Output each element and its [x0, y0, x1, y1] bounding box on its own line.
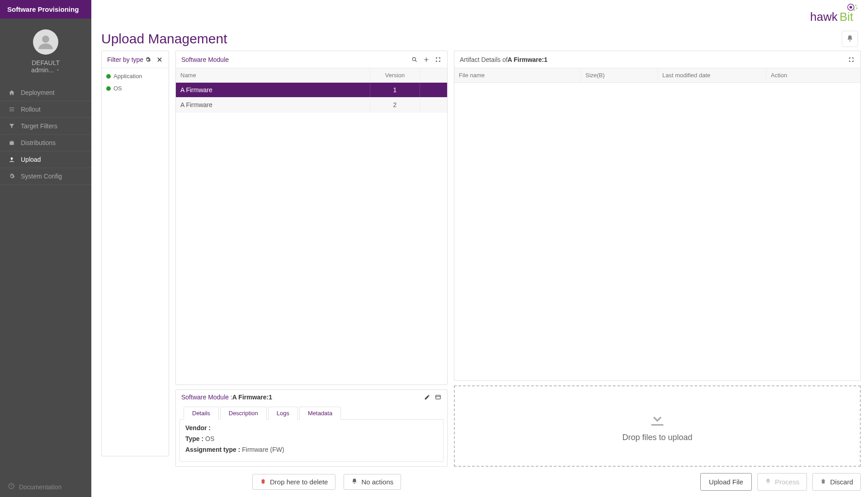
detail-header-prefix: Software Module :: [181, 394, 232, 401]
detail-edit-button[interactable]: [424, 394, 431, 401]
sm-add-button[interactable]: [423, 56, 430, 63]
trash-icon: [820, 478, 826, 486]
btn-label: Discard: [830, 478, 853, 486]
artifact-header-entity: A Firmware:1: [508, 56, 547, 63]
filter-header: Filter by type: [102, 51, 169, 68]
software-module-panel: Software Module Name Version A Firmware: [175, 51, 448, 385]
logo: hawk Bit: [806, 2, 860, 26]
type-label: Type :: [185, 435, 203, 442]
sm-row-version: 1: [370, 83, 420, 97]
chevron-down-icon: [56, 66, 60, 74]
documentation-link[interactable]: ? Documentation: [8, 483, 83, 491]
user-menu[interactable]: admin...: [31, 66, 60, 74]
svg-point-4: [849, 6, 852, 9]
user-block: DEFAULT admin...: [0, 19, 91, 82]
upload-file-button[interactable]: Upload File: [700, 473, 752, 491]
nav-label: Target Filters: [21, 122, 57, 130]
sm-row[interactable]: A Firmware 2: [176, 98, 447, 113]
download-arrow-icon: [648, 410, 666, 433]
briefcase-icon: [8, 139, 15, 146]
nav-label: Upload: [21, 156, 41, 163]
artifact-header-prefix: Artifact Details of: [460, 56, 508, 63]
type-value: OS: [203, 435, 214, 442]
artifact-column: Artifact Details of A Firmware:1 File na…: [454, 51, 861, 467]
user-org: DEFAULT: [32, 59, 60, 66]
gear-icon: [8, 173, 15, 180]
detail-header-entity: A Firmware:1: [232, 394, 272, 401]
vendor-label: Vendor :: [185, 424, 211, 431]
bottom-right: Upload File Process Discard: [700, 473, 861, 491]
sm-row-action: [420, 83, 447, 97]
filter-item-application[interactable]: Application: [106, 73, 164, 80]
bell-icon: [846, 35, 854, 43]
sm-col-action-header: [420, 68, 447, 82]
home-icon: [8, 89, 15, 96]
svg-point-6: [856, 8, 858, 9]
artifact-table-body: [454, 83, 860, 380]
filter-settings-button[interactable]: [144, 56, 151, 63]
help-icon: ?: [8, 483, 14, 491]
artifact-panel: Artifact Details of A Firmware:1 File na…: [454, 51, 861, 381]
bottom-row: Drop here to delete No actions Upload Fi…: [91, 471, 868, 497]
process-button[interactable]: Process: [757, 473, 807, 491]
notifications-button[interactable]: [842, 31, 858, 47]
btn-label: No actions: [361, 478, 393, 486]
nav-system-config[interactable]: System Config: [0, 168, 91, 185]
sm-col-version-header: Version: [370, 68, 420, 82]
nav-deployment[interactable]: Deployment: [0, 84, 91, 101]
nav-label: Rollout: [21, 106, 41, 113]
status-dot-icon: [106, 74, 111, 79]
artifact-expand-button[interactable]: [848, 56, 855, 63]
svg-point-10: [412, 57, 415, 61]
filter-item-label: Application: [113, 73, 142, 80]
tab-description[interactable]: Description: [220, 407, 267, 420]
filter-item-os[interactable]: OS: [106, 85, 164, 92]
detail-card-button[interactable]: [434, 394, 442, 401]
artifact-header: Artifact Details of A Firmware:1: [454, 51, 860, 68]
tab-details[interactable]: Details: [184, 407, 219, 420]
svg-point-7: [854, 9, 855, 11]
svg-point-5: [855, 5, 857, 6]
drop-here-delete-button[interactable]: Drop here to delete: [252, 474, 335, 490]
tab-metadata[interactable]: Metadata: [299, 407, 341, 420]
detail-body: Vendor : Type : OS Assignment type : Fir…: [179, 420, 443, 462]
svg-point-0: [42, 36, 49, 43]
no-actions-button[interactable]: No actions: [344, 474, 401, 490]
software-module-column: Software Module Name Version A Firmware: [175, 51, 448, 467]
bell-icon: [351, 478, 358, 486]
upload-icon: [8, 156, 15, 163]
sm-search-button[interactable]: [411, 56, 418, 63]
assigntype-label: Assignment type :: [185, 446, 240, 453]
svg-rect-11: [436, 395, 441, 399]
sm-table-head: Name Version: [176, 68, 447, 83]
sm-row[interactable]: A Firmware 1: [176, 83, 447, 98]
status-dot-icon: [106, 86, 111, 91]
filter-header-label: Filter by type: [107, 56, 143, 63]
sm-expand-button[interactable]: [434, 56, 442, 63]
artifact-col-size: Size(B): [581, 68, 658, 82]
main: hawk Bit Upload Management Filter by typ…: [91, 0, 868, 497]
documentation-label: Documentation: [19, 483, 61, 491]
nav-label: Deployment: [21, 89, 55, 96]
nav-upload[interactable]: Upload: [0, 151, 91, 168]
svg-text:Bit: Bit: [840, 10, 854, 23]
sm-detail-panel: Software Module : A Firmware:1 Details D…: [175, 389, 448, 467]
filter-close-button[interactable]: [156, 56, 163, 63]
nav-rollout[interactable]: Rollout: [0, 101, 91, 118]
detail-header: Software Module : A Firmware:1: [176, 390, 447, 404]
sm-table-body: A Firmware 1 A Firmware 2: [176, 83, 447, 384]
page-title: Upload Management: [101, 31, 227, 47]
btn-label: Upload File: [709, 478, 743, 486]
discard-button[interactable]: Discard: [812, 473, 861, 491]
nav-target-filters[interactable]: Target Filters: [0, 118, 91, 135]
tab-logs[interactable]: Logs: [268, 407, 298, 420]
sidebar-footer: ? Documentation: [0, 477, 91, 497]
drop-zone-text: Drop files to upload: [622, 433, 692, 442]
nav-distributions[interactable]: Distributions: [0, 135, 91, 151]
filter-panel: Filter by type Application OS: [101, 51, 169, 456]
user-name-label: admin...: [31, 66, 54, 74]
drop-zone[interactable]: Drop files to upload: [454, 385, 861, 467]
filter-item-label: OS: [113, 85, 122, 92]
list-icon: [8, 106, 15, 113]
sm-header-label: Software Module: [181, 56, 229, 63]
